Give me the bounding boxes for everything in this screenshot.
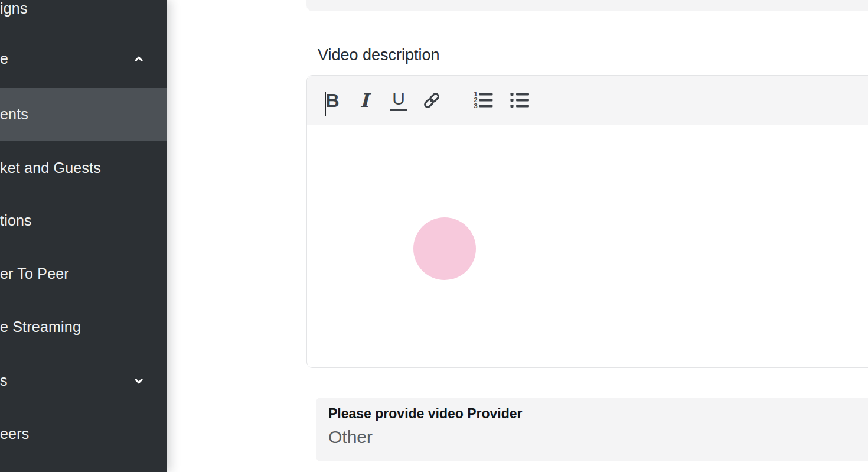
sidebar-item-label: e — [0, 50, 8, 67]
chevron-up-icon — [132, 53, 145, 66]
sidebar-item-e-streaming[interactable]: e Streaming — [0, 301, 167, 353]
sidebar-item-s[interactable]: s — [0, 354, 167, 407]
video-provider-value: Other — [328, 427, 373, 447]
sidebar-item-igns[interactable]: igns — [0, 0, 167, 35]
editor-toolbar: B I U — [307, 76, 868, 125]
sidebar-item-label: tions — [0, 212, 32, 229]
underline-icon: U — [390, 90, 407, 111]
sidebar-item-label: er To Peer — [0, 265, 69, 282]
video-provider-field: Please provide video Provider Other — [316, 398, 868, 461]
chevron-down-icon — [132, 375, 145, 388]
link-icon — [421, 90, 442, 111]
sidebar-item-ents[interactable]: ents — [0, 88, 167, 141]
italic-icon: I — [360, 91, 371, 110]
sidebar-item-tions[interactable]: tions — [0, 194, 167, 247]
main-content: Video description B I U — [167, 0, 868, 472]
bold-button[interactable]: B — [321, 89, 344, 112]
sidebar-item-e[interactable]: e — [0, 32, 167, 85]
ordered-list-button[interactable]: 1 2 3 — [471, 89, 495, 112]
sidebar-item-eers[interactable]: eers — [0, 408, 167, 460]
video-description-editor: B I U — [306, 75, 868, 368]
sidebar-item-label: eers — [0, 425, 29, 442]
bullet-list-icon — [510, 91, 530, 110]
sidebar-item-er-to-peer[interactable]: er To Peer — [0, 248, 167, 300]
field-above-partial[interactable] — [306, 0, 868, 11]
link-button[interactable] — [420, 89, 443, 112]
sidebar-item-label: ents — [0, 106, 28, 123]
sidebar-item-label: s — [0, 372, 8, 389]
ordered-list-icon: 1 2 3 — [472, 91, 494, 110]
sidebar: igns e ents ket and Guests tions er To P… — [0, 0, 167, 472]
video-description-label: Video description — [318, 46, 440, 64]
italic-button[interactable]: I — [354, 89, 377, 112]
underline-button[interactable]: U — [387, 89, 410, 112]
sidebar-item-label: ket and Guests — [0, 159, 101, 177]
bold-icon: B — [325, 91, 339, 110]
sidebar-item-label: e Streaming — [0, 318, 81, 336]
text-caret — [325, 92, 326, 116]
sidebar-item-label: igns — [0, 0, 28, 17]
video-provider-label: Please provide video Provider — [328, 406, 523, 422]
bullet-list-button[interactable] — [508, 89, 531, 112]
svg-text:3: 3 — [474, 102, 477, 109]
editor-content-area[interactable] — [307, 125, 868, 367]
sidebar-item-ket-and-guests[interactable]: ket and Guests — [0, 142, 167, 194]
